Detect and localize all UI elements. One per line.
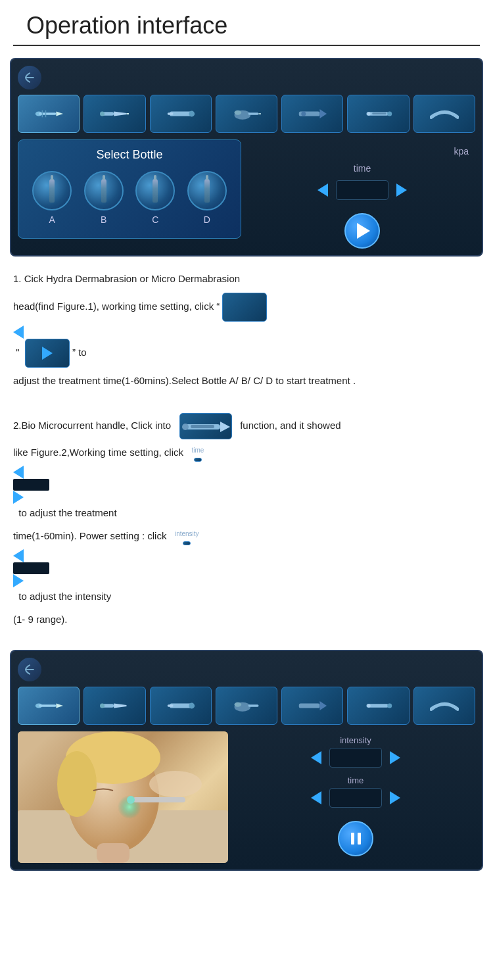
needle-icon-2 [100,696,129,716]
time-label-1: time [354,163,371,174]
svg-rect-37 [248,704,259,707]
led-icon [298,104,327,124]
instruction-2-line1: 2.Bio Microcurrent handle, Click into fu… [13,413,480,439]
svg-point-7 [100,111,105,116]
device-screen-1: Select Bottle A B [10,58,483,257]
bottle-d[interactable]: D [187,171,227,225]
svg-point-21 [367,112,370,115]
back-button-2[interactable] [18,658,41,681]
time-left-arrow [13,466,24,479]
time-right-icon [390,791,400,804]
time-decrease-btn-2[interactable] [307,789,325,807]
right-arrow-control[interactable] [25,339,70,368]
main-content-1: Select Bottle A B [18,139,475,249]
tool-btn-2-3[interactable] [150,687,212,725]
tool-btn-6[interactable] [347,95,409,133]
left-arrow-icon [13,326,24,339]
tool-btn-1[interactable] [18,95,80,133]
svg-marker-31 [114,704,127,708]
hydra-tip-icon [34,104,63,124]
tool-btn-4[interactable] [216,95,277,133]
select-bottle-panel: Select Bottle A B [18,139,241,239]
instr-2-line3-prefix: time(1-60min). Power setting : click [13,530,166,541]
time-increase-btn[interactable] [392,181,411,199]
bottle-b-label: B [101,214,106,225]
time-stepper-inline: time [192,444,204,462]
bottle-a[interactable]: A [32,171,72,225]
time-label-2: time [348,775,364,785]
svg-marker-6 [114,111,127,116]
intensity-value-2 [329,748,382,768]
time-lbl-inline: time [192,444,204,456]
left-arrow-control[interactable] [222,293,267,322]
instruction-1-line2: head(find Figure.1), working time settin… [13,293,480,322]
intensity-control-group: intensity [236,735,475,768]
svg-rect-50 [133,797,185,802]
panel-title: Select Bottle [26,148,233,162]
pause-button[interactable] [338,821,373,856]
intensity-value-box [13,562,49,574]
bottles-row: A B C D [26,171,233,225]
right-panel-1: kpa time [249,139,475,249]
instructions-section: 1. Cick Hydra Dermabrasion or Micro Derm… [0,257,493,643]
bottle-b[interactable]: B [84,171,124,225]
thermometer-icon-2 [364,696,393,716]
intensity-right-arrow [13,574,24,587]
time-stepper-control[interactable] [194,458,202,462]
ultrasound-icon [430,104,459,124]
intensity-increase-btn[interactable] [386,748,404,767]
time-decrease-btn[interactable] [314,181,332,199]
instr-2-prefix: 2.Bio Microcurrent handle, Click into [13,419,171,430]
bottle-c[interactable]: C [135,171,175,225]
tool-btn-3[interactable] [150,95,212,133]
tool-btn-2-1[interactable] [18,687,80,725]
airbrush-icon-2 [232,696,261,716]
bottle-c-icon [135,171,175,210]
time-right-arrow [13,491,24,504]
tool-btn-2-4[interactable] [216,687,277,725]
treatment-preview-image [18,731,228,863]
pause-bar-2 [358,833,361,845]
intensity-stepper-inline: intensity [175,527,199,545]
play-icon [357,223,370,239]
instruction-2-line3: time(1-60min). Power setting : click int… [13,527,480,546]
svg-marker-17 [320,109,327,118]
tool-btn-2-7[interactable] [413,687,475,725]
svg-marker-40 [320,701,327,710]
ultrasound-icon-2 [430,696,459,716]
intensity-stepper-control[interactable] [183,541,191,545]
svg-point-20 [387,111,392,116]
play-button-1[interactable] [344,213,380,249]
instruction-2-line4: (1- 9 range). [13,610,480,629]
tool-btn-2-6[interactable] [347,687,409,725]
tool-btn-5[interactable] [281,95,343,133]
time-value-box [13,479,49,491]
tool-btn-2[interactable] [83,95,145,133]
tool-buttons-row-2 [18,687,475,725]
svg-rect-48 [97,843,129,863]
instr-2-suffix: function, and it showed [240,419,340,430]
instr-2-line3-suffix: to adjust the intensity [18,591,111,602]
instr-2-line2-suffix: to adjust the treatment [18,507,116,518]
tool-btn-2-5[interactable] [281,687,343,725]
time-control-group: time [236,775,475,808]
device-screen-2: intensity time [10,650,483,871]
intensity-decrease-btn[interactable] [307,748,325,767]
intensity-left-arrow [13,549,24,562]
svg-point-47 [57,751,97,817]
back-button-1[interactable] [18,66,41,89]
svg-marker-24 [220,422,230,432]
tool-btn-2-2[interactable] [83,687,145,725]
time-increase-btn-2[interactable] [386,789,404,807]
time-value-1 [336,180,388,200]
svg-rect-26 [191,425,214,428]
svg-point-32 [100,704,105,708]
face-scene [18,731,228,863]
bottle-b-icon [84,171,124,210]
hydra-tip-icon-2 [34,696,63,716]
bottle-a-icon [32,171,72,210]
bio-microcurrent-tool-icon[interactable] [179,413,232,439]
right-arrow-icon [42,347,53,360]
svg-point-51 [127,796,135,804]
tool-btn-7[interactable] [413,95,475,133]
